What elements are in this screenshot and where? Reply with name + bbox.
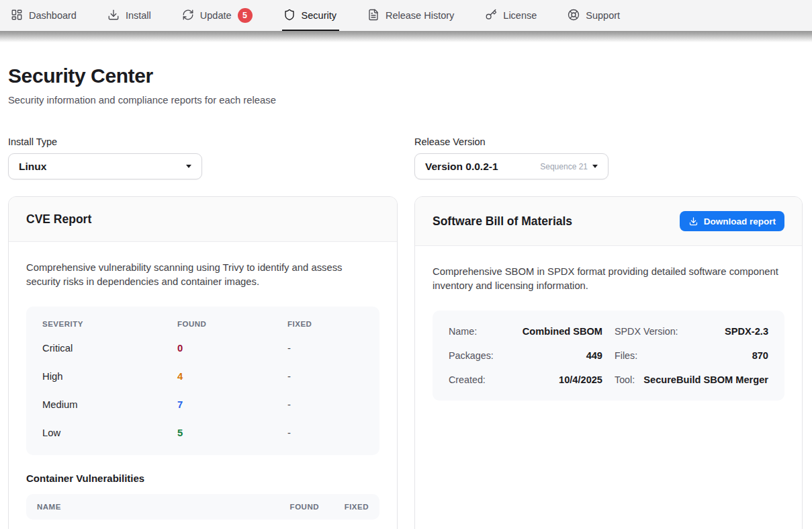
sbom-card-title: Software Bill of Materials <box>433 214 572 229</box>
severity-fixed: - <box>287 371 363 382</box>
info-value: 870 <box>752 350 768 361</box>
table-row: Critical 0 - <box>42 334 363 362</box>
severity-fixed: - <box>287 399 363 410</box>
severity-name: Medium <box>42 399 177 410</box>
info-value: 449 <box>586 350 602 361</box>
sbom-info-packages: Packages: 449 <box>449 343 602 368</box>
col-found: FOUND <box>177 320 287 328</box>
nav-item-install[interactable]: Install <box>107 0 151 31</box>
cve-card-header: CVE Report <box>9 197 397 242</box>
lifebuoy-icon <box>568 9 580 23</box>
col-severity: SEVERITY <box>42 320 177 328</box>
info-value: SPDX-2.3 <box>725 326 768 337</box>
refresh-icon <box>182 9 194 23</box>
sequence-meta: Sequence 21 <box>540 162 588 171</box>
file-text-icon <box>367 9 379 23</box>
sbom-card-header: Software Bill of Materials Download repo… <box>415 197 802 246</box>
sbom-info-spdx-version: SPDX Version: SPDX-2.3 <box>615 319 768 343</box>
download-icon <box>107 9 120 23</box>
info-label: SPDX Version: <box>615 326 678 337</box>
nav-label: Install <box>126 10 151 21</box>
table-row: Low 5 - <box>42 419 363 447</box>
scroll-shadow <box>0 31 812 42</box>
info-value: Combined SBOM <box>523 326 602 337</box>
download-report-label: Download report <box>704 216 776 227</box>
shield-icon <box>283 9 296 23</box>
info-label: Name: <box>449 326 477 337</box>
table-row: Medium 7 - <box>42 391 363 419</box>
filters-row: Install Type Linux Release Version Versi… <box>8 136 804 179</box>
sbom-info-created: Created: 10/4/2025 <box>449 368 602 392</box>
chevron-down-icon <box>592 165 598 168</box>
release-version-value: Version 0.0.2-1 <box>425 161 498 173</box>
severity-name: Low <box>42 428 177 438</box>
page-title: Security Center <box>8 65 804 87</box>
col-fixed: FIXED <box>287 320 363 328</box>
severity-found: 7 <box>177 399 287 410</box>
cards-row: CVE Report Comprehensive vulnerability s… <box>8 196 804 529</box>
severity-found: 4 <box>177 371 287 382</box>
container-vulnerabilities-header: NAME FOUND FIXED <box>26 494 379 520</box>
nav-item-security[interactable]: Security <box>283 0 336 31</box>
nav-label: Release History <box>386 10 454 21</box>
sbom-info-files: Files: 870 <box>615 343 768 368</box>
download-icon <box>688 216 698 227</box>
severity-fixed: - <box>287 343 363 354</box>
info-label: Tool: <box>615 374 635 385</box>
severity-fixed: - <box>287 428 363 438</box>
top-navigation: Dashboard Install Update 5 Security Rele… <box>0 0 812 31</box>
severity-table-header: SEVERITY FOUND FIXED <box>42 313 363 334</box>
main-content: Security Center Security information and… <box>0 65 812 529</box>
col-fixed: FIXED <box>330 503 369 511</box>
sbom-info-grid: Name: Combined SBOM SPDX Version: SPDX-2… <box>433 311 784 401</box>
table-row: High 4 - <box>42 362 363 391</box>
severity-name: High <box>42 371 177 382</box>
release-version-filter: Release Version Version 0.0.2-1 Sequence… <box>414 136 803 179</box>
info-label: Created: <box>449 374 486 385</box>
nav-label: Security <box>302 10 336 21</box>
sbom-card: Software Bill of Materials Download repo… <box>414 196 803 529</box>
release-version-select[interactable]: Version 0.0.2-1 Sequence 21 <box>414 153 608 179</box>
install-type-filter: Install Type Linux <box>8 136 398 179</box>
nav-label: Update <box>200 10 232 21</box>
install-type-label: Install Type <box>8 136 398 147</box>
sbom-info-name: Name: Combined SBOM <box>449 319 602 343</box>
chevron-down-icon <box>186 165 191 168</box>
cve-report-card: CVE Report Comprehensive vulnerability s… <box>8 196 398 529</box>
info-value: 10/4/2025 <box>559 374 602 385</box>
install-type-value: Linux <box>19 161 46 173</box>
nav-label: Support <box>586 10 620 21</box>
key-icon <box>485 9 497 23</box>
cve-description: Comprehensive vulnerability scanning usi… <box>26 261 375 290</box>
severity-found: 0 <box>177 343 287 354</box>
cve-card-body: Comprehensive vulnerability scanning usi… <box>9 242 397 529</box>
sbom-card-body: Comprehensive SBOM in SPDX format provid… <box>415 246 802 417</box>
info-value: SecureBuild SBOM Merger <box>643 374 768 385</box>
col-name: NAME <box>37 503 280 511</box>
severity-found: 5 <box>177 428 287 438</box>
info-label: Packages: <box>449 350 494 361</box>
nav-item-support[interactable]: Support <box>568 0 620 31</box>
page-subtitle: Security information and compliance repo… <box>8 95 804 106</box>
nav-label: Dashboard <box>29 10 77 21</box>
download-report-button[interactable]: Download report <box>680 211 784 231</box>
release-version-label: Release Version <box>414 136 803 147</box>
dashboard-icon <box>11 9 23 23</box>
info-label: Files: <box>615 350 637 361</box>
sbom-description: Comprehensive SBOM in SPDX format provid… <box>433 265 782 294</box>
nav-item-update[interactable]: Update 5 <box>182 0 253 31</box>
nav-label: License <box>503 10 537 21</box>
nav-item-dashboard[interactable]: Dashboard <box>11 0 77 31</box>
nav-item-release-history[interactable]: Release History <box>367 0 454 31</box>
severity-table: SEVERITY FOUND FIXED Critical 0 - High 4… <box>26 307 379 455</box>
install-type-select[interactable]: Linux <box>8 153 202 179</box>
col-found: FOUND <box>280 503 319 511</box>
severity-name: Critical <box>42 343 177 354</box>
nav-item-license[interactable]: License <box>485 0 537 31</box>
sbom-info-tool: Tool: SecureBuild SBOM Merger <box>615 368 768 392</box>
container-vulnerabilities-title: Container Vulnerabilities <box>26 473 379 484</box>
cve-card-title: CVE Report <box>26 212 91 227</box>
update-count-badge: 5 <box>238 8 253 23</box>
